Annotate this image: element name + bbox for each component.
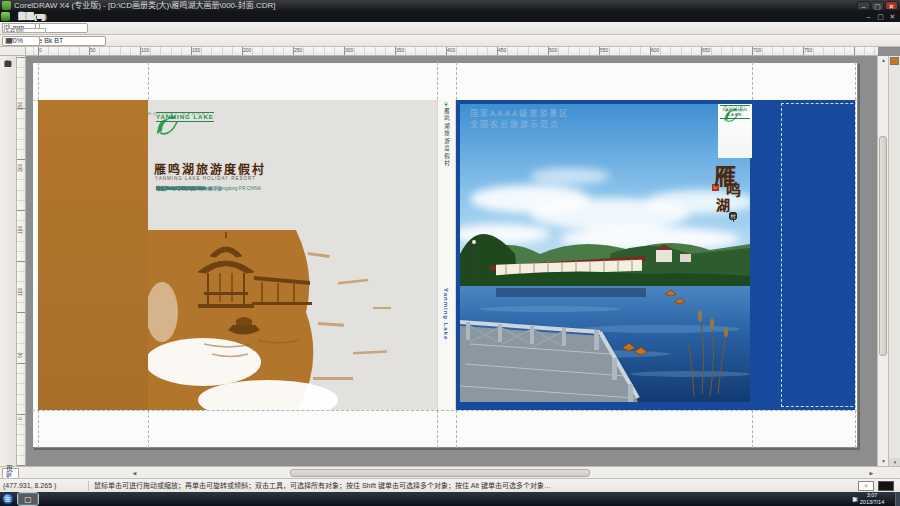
clock-time: 3:07 [852,492,892,499]
ruler-label: 200 [17,164,23,172]
spine-title-cn: 雁鸣湖旅游度假村 [443,108,451,238]
document-icon [1,12,10,21]
ruler-label: 50 [90,47,96,54]
ruler-label: 500 [549,47,557,54]
divider [88,481,89,491]
ruler-label: 750 [804,47,812,54]
cover-badge-text: 国家AAAA级旅游景区 全国农业旅游示范点 [470,108,569,130]
windows-taskbar: ⊞ ×◉AiBrO▲▰nPsKQeM▰✉★◎▶◆ee◈⇅▢ ▴◧◂▾ 3:07 … [0,492,900,506]
lake-photo[interactable] [460,104,750,402]
vscroll-thumb[interactable] [879,136,887,356]
ruler-label: 450 [498,47,506,54]
app-icon [2,1,11,10]
ruler-label: 50 [17,352,23,358]
selection-marquee[interactable] [781,103,855,407]
menu-item[interactable]: 帮助(H) [13,11,50,22]
vruler-ticks [17,56,25,466]
scroll-left-arrow[interactable]: ◀ [130,468,139,478]
ruler-label: 250 [294,47,302,54]
address-line: http://www.yaminghu.cn [156,186,204,192]
close-button[interactable]: ✕ [885,1,898,10]
vertical-ruler[interactable]: 250200150100500 [17,56,26,466]
spine[interactable]: ❦ 雁鸣湖旅游度假村 Yanming Lake [437,100,456,410]
cover-left-flap[interactable] [38,100,148,410]
cover-badge-line1: 国家AAAA级旅游景区 [470,108,569,119]
ruler-label: 550 [600,47,608,54]
badge-col: 旅游度假村 [728,212,738,224]
interactive-fill-tool[interactable]: ▨ [1,58,15,70]
front-cover[interactable]: 国家AAAA级旅游景区 全国农业旅游示范点 YANMING LAKE HOLID… [456,100,855,410]
minimize-button[interactable]: – [857,1,870,10]
horizontal-scrollbar[interactable]: ◀ ▶ [130,468,876,478]
color-palette: ✕▾ [888,56,900,466]
cursor-coordinates: (477.931, 8.265 ) [3,479,87,493]
fill-indicator: ✕ [858,481,874,491]
ruler-label: 100 [141,47,149,54]
ruler-label: 650 [702,47,710,54]
cover-logo-sub: HOLIDAY RESORT [718,105,752,113]
cover-badge-line2: 全国农业旅游示范点 [470,119,569,130]
maximize-button[interactable]: ▢ [871,1,884,10]
taskbar-notes-app[interactable]: ▢ [18,493,38,505]
text-toolbar: T AvantGarde Bk BT▾ 24pt▾ BIU≡≣¶F✎A—A| 1… [0,35,900,47]
zoom-height-button[interactable]: ↕ [3,35,15,46]
start-button[interactable]: ⊞ [2,493,14,505]
status-hint: 鼠标单击可进行拖动或缩放；再单击可旋转或倾斜；双击工具，可选择所有对象；按住 S… [94,479,784,493]
vertical-scrollbar[interactable]: ▲ ▼ [877,56,888,466]
bottom-bar: ▦ ⇤◀ 1 / 1 ▶⇥ ▤ 页 1 ◀ ▶ [0,466,900,478]
ruler-label: 400 [447,47,455,54]
show-desktop-button[interactable] [895,492,900,506]
coreldraw-window: CorelDRAW X4 (专业版) - [D:\CD画册类(大)\雁鸣湖大画册… [0,0,900,506]
ruler-label: 100 [17,288,23,296]
outline-indicator [878,481,894,491]
ruler-label: 300 [345,47,353,54]
back-logo-sub: HOLIDAY RESORT [148,111,211,116]
clock-date: 2013/7/14 [852,499,892,506]
seal-badge: 村 [729,212,737,220]
scroll-down-arrow[interactable]: ▼ [879,457,888,466]
canvas[interactable]: YANMING LAKE HOLIDAY RESORT 雁鸣湖旅游度假村 YAN… [26,56,877,466]
lake-photo-image [460,104,750,402]
spine-mark: ❦ [444,102,450,107]
ruler-label: 150 [17,226,23,234]
page-tab-icon: ▤ [6,469,12,479]
guide-horizontal[interactable] [32,410,858,411]
pavilion-illustration [148,212,437,410]
back-cover-title-en: YANMING LAKE HOLIDAY RESORT [155,176,256,181]
ruler-label: 150 [192,47,200,54]
title-bar[interactable]: CorelDRAW X4 (专业版) - [D:\CD画册类(大)\雁鸣湖大画册… [0,0,900,11]
scroll-up-arrow[interactable]: ▲ [879,56,888,65]
calligraphy-col: 印 雁鸣湖 [710,158,754,254]
back-cover[interactable]: YANMING LAKE HOLIDAY RESORT 雁鸣湖旅游度假村 YAN… [148,100,437,410]
ruler-label: 600 [651,47,659,54]
guide-vertical[interactable] [855,62,856,448]
duplicate-y-field[interactable]: 6.35 mm [4,28,46,33]
cover-logo-box: YANMING LAKE HOLIDAY RESORT [718,104,752,158]
hscroll-thumb[interactable] [290,469,590,477]
doc-restore-button[interactable]: ▢ [875,12,886,21]
ruler-label: 250 [17,102,23,110]
scroll-right-arrow[interactable]: ▶ [867,468,876,478]
page-tab[interactable]: ▤ 页 1 [2,468,19,479]
palette-more-button[interactable]: ▾ [889,458,900,466]
calligraphy-char: 湖 [716,194,730,214]
ruler-label: 0 [39,47,42,54]
ruler-label: 0 [17,417,23,420]
ruler-label: 350 [396,47,404,54]
palette-swatch[interactable] [890,57,899,65]
ruler-label: 700 [753,47,761,54]
horizontal-ruler[interactable]: 0501001502002503003504004505005506006507… [26,47,878,56]
ruler-origin[interactable] [0,47,26,56]
system-clock[interactable]: 3:07 2013/7/14 [852,492,892,506]
status-bar: (477.931, 8.265 ) 鼠标单击可进行拖动或缩放；再单击可旋转或倾斜… [0,478,900,492]
ruler-label: 200 [243,47,251,54]
window-title: CorelDRAW X4 (专业版) - [D:\CD画册类(大)\雁鸣湖大画册… [14,0,276,11]
spine-title-en: Yanming Lake [443,288,449,398]
toolbox: ↖◤✂◎∿◆▭○★◇A▦▥✎✒◑▨ [0,56,17,466]
menu-bar: 文件(F)编辑(E)视图(V)版面(L)排列(A)效果(C)位图(B)文本(X)… [0,11,900,22]
standard-toolbar: ▯▱▣⊟✂⊡▤↶↷↧↥⊞◉ 贴齐 ▾ ≡ 自定义▾ 750.0 mm 285.0… [0,22,900,35]
doc-minimize-button[interactable]: – [863,12,874,21]
doc-close-button[interactable]: ✕ [887,12,898,21]
